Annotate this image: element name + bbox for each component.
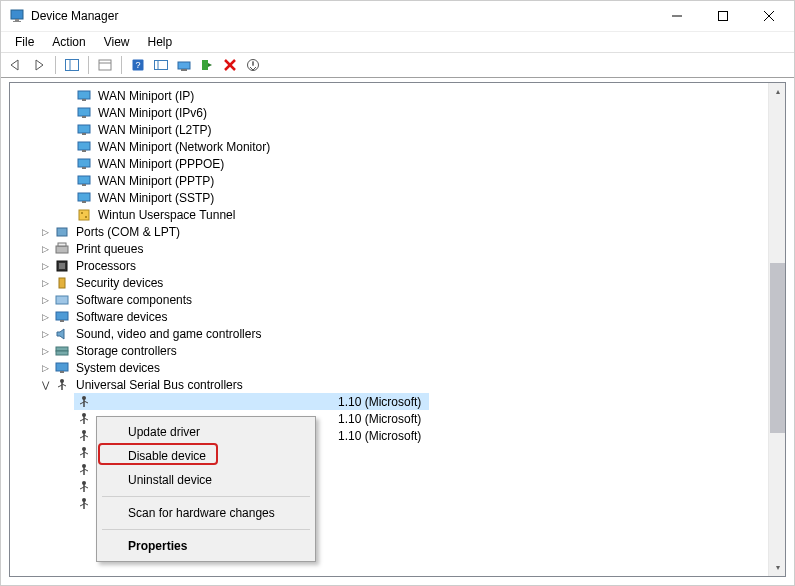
expand-icon[interactable]: ▷ <box>38 225 52 239</box>
back-button[interactable] <box>5 54 27 76</box>
svg-rect-32 <box>82 184 86 186</box>
svg-rect-39 <box>56 246 68 253</box>
tree-item[interactable]: WAN Miniport (SSTP) <box>10 189 768 206</box>
cpu-icon <box>54 258 70 274</box>
svg-rect-35 <box>79 210 89 220</box>
sound-icon <box>54 326 70 342</box>
toolbar-separator <box>88 56 89 74</box>
uninstall-button[interactable] <box>219 54 241 76</box>
tree-category[interactable]: ▷Ports (COM & LPT) <box>10 223 768 240</box>
expand-icon[interactable]: ▷ <box>38 310 52 324</box>
usb-icon <box>76 479 92 495</box>
toolbar-separator <box>55 56 56 74</box>
expand-icon[interactable]: ▷ <box>38 276 52 290</box>
svg-rect-27 <box>78 142 90 150</box>
expand-icon[interactable]: ▷ <box>38 242 52 256</box>
svg-rect-26 <box>82 133 86 135</box>
monitor-icon <box>76 156 92 172</box>
menu-file[interactable]: File <box>7 34 42 50</box>
ctx-properties[interactable]: Properties <box>100 534 312 558</box>
svg-rect-46 <box>60 320 64 322</box>
maximize-button[interactable] <box>700 1 746 31</box>
tree-item[interactable]: WAN Miniport (Network Monitor) <box>10 138 768 155</box>
expand-icon[interactable]: ▷ <box>38 361 52 375</box>
scroll-thumb[interactable] <box>770 263 785 433</box>
minimize-button[interactable] <box>654 1 700 31</box>
expand-icon[interactable]: ▷ <box>38 259 52 273</box>
update-driver-button[interactable] <box>173 54 195 76</box>
tree-item-selected[interactable]: 1.10 (Microsoft) <box>10 393 768 410</box>
tree-category[interactable]: ▷Software devices <box>10 308 768 325</box>
monitor-icon <box>76 190 92 206</box>
svg-rect-7 <box>66 60 79 71</box>
tree-category[interactable]: ▷Print queues <box>10 240 768 257</box>
collapse-icon[interactable]: ⋁ <box>38 378 52 392</box>
ctx-scan-hardware[interactable]: Scan for hardware changes <box>100 501 312 525</box>
svg-rect-47 <box>56 347 68 351</box>
usb-icon <box>76 496 92 512</box>
svg-rect-25 <box>78 125 90 133</box>
svg-rect-36 <box>81 212 83 214</box>
tree-label: Security devices <box>74 276 165 290</box>
app-icon <box>9 8 25 24</box>
ctx-disable-device[interactable]: Disable device <box>100 444 312 468</box>
ctx-uninstall-device[interactable]: Uninstall device <box>100 468 312 492</box>
tree-category[interactable]: ▷Security devices <box>10 274 768 291</box>
svg-rect-30 <box>82 167 86 169</box>
window-title: Device Manager <box>31 9 654 23</box>
tree-category[interactable]: ▷System devices <box>10 359 768 376</box>
expand-icon[interactable]: ▷ <box>38 327 52 341</box>
tree-item[interactable]: WAN Miniport (PPTP) <box>10 172 768 189</box>
menu-view[interactable]: View <box>96 34 138 50</box>
tree-item[interactable]: WAN Miniport (L2TP) <box>10 121 768 138</box>
tree-category[interactable]: ▷Storage controllers <box>10 342 768 359</box>
svg-rect-33 <box>78 193 90 201</box>
scroll-up-icon[interactable]: ▴ <box>769 83 786 100</box>
properties-button[interactable] <box>94 54 116 76</box>
tree-item[interactable]: WAN Miniport (PPPOE) <box>10 155 768 172</box>
enable-button[interactable] <box>196 54 218 76</box>
menu-help[interactable]: Help <box>140 34 181 50</box>
tree-item[interactable]: WAN Miniport (IPv6) <box>10 104 768 121</box>
svg-rect-23 <box>78 108 90 116</box>
tree-category[interactable]: ▷Processors <box>10 257 768 274</box>
disable-button[interactable] <box>242 54 264 76</box>
tree-item[interactable]: WAN Miniport (IP) <box>10 87 768 104</box>
svg-rect-16 <box>181 69 187 71</box>
usb-icon <box>54 377 70 393</box>
tree-label: Software devices <box>74 310 169 324</box>
tree-label-tail: 1.10 (Microsoft) <box>336 412 423 426</box>
forward-button[interactable] <box>28 54 50 76</box>
monitor-icon <box>76 139 92 155</box>
tree-label: WAN Miniport (Network Monitor) <box>96 140 272 154</box>
software-icon <box>54 309 70 325</box>
tree-category[interactable]: ▷Sound, video and game controllers <box>10 325 768 342</box>
titlebar: Device Manager <box>1 1 794 32</box>
tree-label: WAN Miniport (L2TP) <box>96 123 214 137</box>
svg-rect-2 <box>13 21 21 22</box>
ctx-separator <box>102 529 310 530</box>
ctx-update-driver[interactable]: Update driver <box>100 420 312 444</box>
scan-button[interactable] <box>150 54 172 76</box>
svg-rect-29 <box>78 159 90 167</box>
show-hide-tree-button[interactable] <box>61 54 83 76</box>
vertical-scrollbar[interactable]: ▴ ▾ <box>768 83 785 576</box>
close-button[interactable] <box>746 1 792 31</box>
tree-label: WAN Miniport (IPv6) <box>96 106 209 120</box>
svg-rect-17 <box>202 60 208 70</box>
tree-category[interactable]: ▷Software components <box>10 291 768 308</box>
svg-rect-13 <box>155 61 168 70</box>
tree-category-usb[interactable]: ⋁Universal Serial Bus controllers <box>10 376 768 393</box>
help-button[interactable]: ? <box>127 54 149 76</box>
tree-label: System devices <box>74 361 162 375</box>
system-icon <box>54 360 70 376</box>
tree-item[interactable]: Wintun Userspace Tunnel <box>10 206 768 223</box>
tree-label-tail: 1.10 (Microsoft) <box>336 395 423 409</box>
expand-icon[interactable]: ▷ <box>38 293 52 307</box>
monitor-icon <box>76 173 92 189</box>
monitor-icon <box>76 122 92 138</box>
tree-label: Print queues <box>74 242 145 256</box>
expand-icon[interactable]: ▷ <box>38 344 52 358</box>
scroll-down-icon[interactable]: ▾ <box>769 559 786 576</box>
menu-action[interactable]: Action <box>44 34 93 50</box>
